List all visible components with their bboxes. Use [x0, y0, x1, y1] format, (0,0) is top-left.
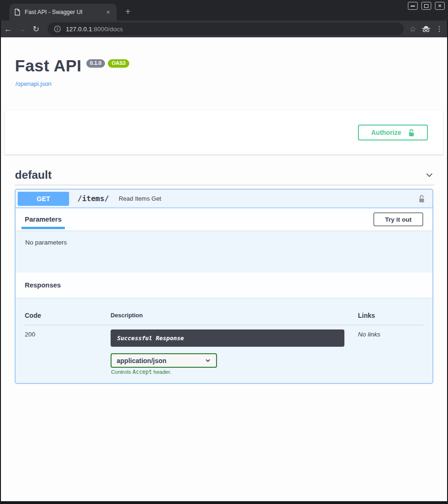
try-it-out-button[interactable]: Try it out: [373, 212, 423, 226]
scheme-container: Authorize: [5, 111, 443, 154]
oas3-badge: OAS3: [108, 59, 129, 68]
browser-menu-icon[interactable]: ⋮: [436, 25, 441, 33]
unlock-icon: [408, 129, 415, 137]
minimize-icon: [411, 6, 415, 7]
back-icon[interactable]: ←: [1, 24, 15, 34]
window-maximize-button[interactable]: [421, 2, 431, 10]
authorize-label: Authorize: [371, 129, 401, 136]
column-header-code: Code: [25, 312, 41, 319]
site-info-icon[interactable]: [54, 25, 61, 33]
column-header-links: Links: [358, 312, 375, 319]
hint-suffix: header.: [152, 369, 172, 375]
accept-header-hint: Controls Accept header.: [111, 369, 171, 375]
browser-toolbar: ← → ↻ 127.0.0.1:8000/docs ☆ ⋮: [1, 21, 447, 37]
tag-title: default: [15, 168, 52, 182]
forward-icon[interactable]: →: [15, 24, 29, 34]
toolbar-right: ☆ ⋮: [404, 24, 447, 34]
bookmark-star-icon[interactable]: ☆: [409, 24, 416, 34]
column-header-description: Description: [111, 312, 143, 319]
operation-description: Read Items Get: [119, 195, 161, 202]
window-controls: ✕: [408, 2, 445, 10]
response-description-text: Successful Response: [117, 335, 184, 342]
hint-prefix: Controls: [111, 369, 133, 375]
tab-parameters[interactable]: Parameters: [25, 216, 62, 223]
operation-summary[interactable]: GET /items/ Read Items Get: [15, 189, 433, 208]
select-chevron-icon: [205, 357, 211, 364]
response-code: 200: [25, 331, 35, 338]
hint-accept-code: Accept: [133, 369, 152, 375]
chevron-down-icon[interactable]: [425, 170, 434, 180]
address-bar[interactable]: 127.0.0.1:8000/docs: [48, 22, 404, 35]
window-minimize-button[interactable]: [408, 2, 418, 10]
responses-title: Responses: [25, 281, 61, 289]
new-tab-button[interactable]: +: [121, 6, 134, 18]
tab-close-icon[interactable]: ×: [105, 8, 112, 16]
page-title: Fast API: [15, 57, 82, 75]
auth-lock-icon[interactable]: [418, 195, 425, 203]
favicon-document-icon: [14, 8, 21, 16]
url-host: 127.0.0.1: [66, 26, 92, 33]
method-get-button: GET: [18, 192, 69, 206]
response-description-box: Successful Response: [111, 329, 344, 347]
opblock-get-items: GET /items/ Read Items Get Parameters Tr…: [15, 189, 433, 384]
url-path: :8000/docs: [92, 26, 123, 33]
window-close-button[interactable]: ✕: [435, 2, 445, 10]
reload-icon[interactable]: ↻: [29, 24, 43, 34]
title-badges: 0.1.0 OAS3: [86, 59, 129, 68]
operation-path: /items/: [77, 194, 109, 203]
no-parameters-text: No parameters: [25, 239, 67, 246]
responses-table-divider: [25, 325, 423, 325]
browser-tab[interactable]: Fast API - Swagger UI ×: [9, 4, 117, 21]
responses-header: Responses: [15, 273, 433, 298]
api-title-row: Fast API 0.1.0 OAS3: [15, 57, 129, 75]
parameters-header: Parameters Try it out: [15, 208, 433, 231]
browser-titlebar: Fast API - Swagger UI × + ✕: [0, 0, 448, 21]
media-type-select[interactable]: application/json: [111, 353, 217, 368]
url-text[interactable]: 127.0.0.1:8000/docs: [66, 26, 123, 33]
media-type-value: application/json: [117, 357, 167, 364]
version-badge: 0.1.0: [86, 59, 105, 68]
authorize-button[interactable]: Authorize: [358, 125, 428, 140]
openapi-spec-link[interactable]: /openapi.json: [15, 80, 51, 87]
incognito-icon: [421, 25, 431, 33]
tab-title: Fast API - Swagger UI: [25, 9, 100, 15]
swagger-page: Fast API 0.1.0 OAS3 /openapi.json Author…: [1, 37, 447, 501]
tag-section-header[interactable]: default: [15, 165, 434, 185]
maximize-icon: [424, 4, 428, 8]
response-links: No links: [358, 331, 380, 338]
